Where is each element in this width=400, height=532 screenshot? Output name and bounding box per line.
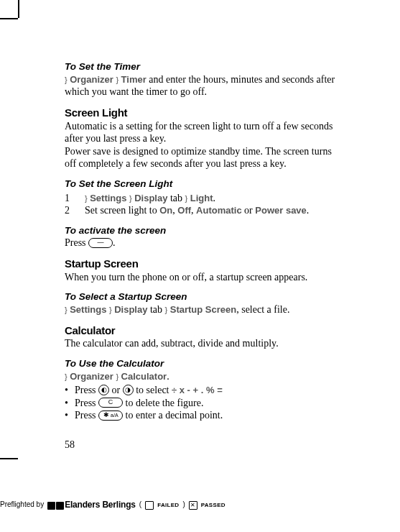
passed-label: PASSED [201, 502, 225, 509]
nav-arrow-icon: } [109, 306, 112, 314]
nav-left-icon: ◐ [98, 385, 109, 395]
paragraph: Press —. [65, 237, 341, 249]
heading-set-timer: To Set the Timer [65, 61, 341, 73]
heading-set-screen-light: To Set the Screen Light [65, 178, 341, 191]
body-text: , [191, 205, 196, 216]
menu-path: Startup Screen [170, 304, 236, 315]
step-text: Set screen light to On, Off, Automatic o… [85, 204, 341, 217]
paragraph: } Organizer } Calculator. [65, 370, 341, 383]
crop-mark [0, 18, 18, 19]
paren: ( [139, 500, 141, 510]
bullet-icon: • [65, 384, 75, 397]
bullet-icon: • [65, 397, 75, 410]
menu-path: Display [134, 193, 167, 203]
heading-calculator: Calculator [65, 324, 341, 338]
menu-path: Light [190, 193, 213, 203]
failed-label: FAILED [157, 502, 179, 509]
bullet-icon: • [65, 409, 75, 422]
step-row: 2 Set screen light to On, Off, Automatic… [65, 204, 341, 217]
body-text: Press [65, 237, 88, 248]
body-text: . [113, 237, 116, 248]
paragraph: } Organizer } Timer and enter the hours,… [65, 73, 341, 98]
menu-path: Settings [90, 193, 126, 203]
nav-right-icon: ◑ [123, 385, 134, 395]
nav-arrow-icon: } [116, 75, 118, 84]
paren: ) [182, 500, 185, 510]
page-content: To Set the Timer } Organizer } Timer and… [65, 61, 341, 422]
button-icon: — [88, 238, 113, 248]
bullet-row: • Press C to delete the figure. [65, 397, 341, 410]
preflight-footer: Preflighted by Elanders Berlings ( FAILE… [0, 500, 225, 510]
body-text: to select [134, 385, 172, 395]
checkbox-checked-icon: ✕ [189, 501, 197, 510]
menu-option: On [159, 205, 172, 216]
bullet-list: • Press ◐ or ◑ to select ÷ x - + . % = •… [65, 384, 341, 422]
preflight-label: Preflighted by [0, 500, 44, 510]
body-text: , select a file. [236, 304, 289, 315]
body-text: Press [75, 410, 98, 421]
bullet-text: Press ✱ a/A to enter a decimal point. [75, 409, 223, 422]
nav-arrow-icon: } [65, 306, 68, 314]
nav-arrow-icon: } [65, 75, 68, 84]
bullet-text: Press ◐ or ◑ to select ÷ x - + . % = [75, 384, 223, 397]
heading-use-calculator: To Use the Calculator [65, 358, 341, 370]
crop-mark [0, 458, 18, 459]
heading-screen-light: Screen Light [65, 106, 341, 120]
body-text: or [242, 205, 256, 216]
menu-option: Off [177, 205, 191, 216]
paragraph: When you turn the phone on or off, a sta… [65, 271, 341, 284]
nav-arrow-icon: } [129, 194, 132, 203]
bullet-text: Press C to delete the figure. [75, 397, 203, 410]
body-text: or [109, 385, 123, 395]
brand-logo: Elanders Berlings [47, 500, 136, 510]
nav-arrow-icon: } [165, 306, 168, 314]
body-text: to delete the figure. [123, 398, 203, 408]
step-number: 1 [65, 192, 85, 205]
nav-arrow-icon: } [85, 194, 88, 203]
body-text: Press [75, 398, 98, 408]
step-number: 2 [65, 204, 85, 217]
menu-option: ÷ x - + . % = [172, 385, 223, 395]
body-text: to enter a decimal point. [123, 410, 223, 421]
menu-path: Timer [121, 74, 146, 85]
bullet-row: • Press ◐ or ◑ to select ÷ x - + . % = [65, 384, 341, 397]
paragraph: Power save is designed to optimize stand… [65, 145, 341, 170]
nav-arrow-icon: } [116, 372, 118, 381]
step-list: 1 } Settings } Display tab } Light. 2 Se… [65, 192, 341, 217]
page-number: 58 [65, 439, 75, 451]
paragraph: The calculator can add, subtract, divide… [65, 337, 341, 350]
checkbox-empty-icon [145, 501, 154, 510]
menu-path: Display [114, 304, 147, 315]
bullet-row: • Press ✱ a/A to enter a decimal point. [65, 409, 341, 422]
paragraph: Automatic is a setting for the screen li… [65, 120, 341, 145]
heading-startup-screen: Startup Screen [65, 257, 341, 271]
step-row: 1 } Settings } Display tab } Light. [65, 192, 341, 205]
body-text: tab [167, 193, 185, 203]
body-text: . [307, 205, 310, 216]
menu-option: Automatic [196, 205, 242, 216]
step-text: } Settings } Display tab } Light. [85, 192, 341, 205]
c-key-icon: C [98, 398, 123, 408]
body-text: Press [75, 385, 98, 395]
crop-mark [18, 0, 19, 18]
menu-option: Power save [255, 205, 307, 216]
body-text: . [167, 371, 169, 382]
menu-path: Organizer [70, 74, 113, 85]
nav-arrow-icon: } [65, 372, 68, 381]
body-text: Set screen light to [85, 205, 159, 216]
menu-path: Settings [70, 304, 106, 315]
heading-activate-screen: To activate the screen [65, 225, 341, 237]
nav-arrow-icon: } [185, 194, 188, 203]
body-text: . [213, 193, 215, 203]
paragraph: } Settings } Display tab } Startup Scree… [65, 303, 341, 316]
menu-path: Organizer [70, 371, 113, 382]
heading-select-startup: To Select a Startup Screen [65, 291, 341, 303]
star-key-icon: ✱ a/A [98, 411, 123, 421]
menu-path: Calculator [121, 371, 167, 382]
body-text: tab [147, 304, 164, 315]
